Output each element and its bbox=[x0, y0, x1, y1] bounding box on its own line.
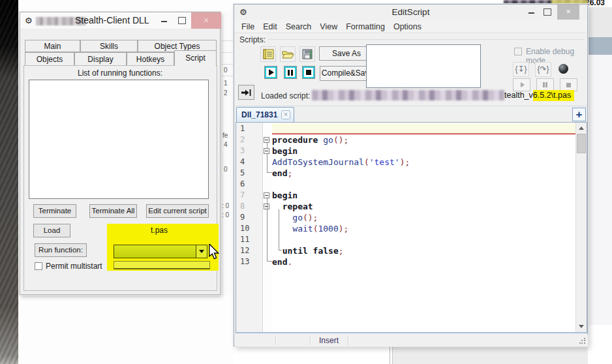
minimize-button[interactable] bbox=[159, 15, 170, 25]
maximize-button[interactable] bbox=[177, 15, 187, 25]
fold-line bbox=[267, 143, 268, 148]
fold-cell bbox=[263, 145, 272, 157]
code-line[interactable]: 8 repeat bbox=[236, 201, 575, 212]
tab-hotkeys[interactable]: Hotkeys bbox=[127, 52, 174, 66]
run-function-button[interactable]: Run function: bbox=[35, 243, 87, 257]
tab-close-icon[interactable] bbox=[281, 110, 290, 119]
code-line[interactable]: 5end; bbox=[236, 168, 575, 179]
stop-icon bbox=[306, 70, 311, 75]
line-number: 7 bbox=[236, 190, 263, 201]
code-line[interactable]: 3begin bbox=[236, 145, 575, 157]
stealth-titlebar[interactable]: ⚙ Stealth-Client DLL bbox=[20, 12, 220, 29]
table-cell-fragment: : 0 bbox=[222, 211, 229, 219]
line-number: 3 bbox=[236, 145, 263, 157]
code-line[interactable]: 4AddToSystemJournal('test'); bbox=[236, 157, 575, 168]
code-text bbox=[272, 179, 575, 190]
debug-stop-button-disabled[interactable] bbox=[560, 78, 577, 91]
tab-display[interactable]: Display bbox=[74, 52, 127, 66]
fold-collapse-icon[interactable] bbox=[264, 192, 269, 198]
code-text: begin bbox=[272, 190, 575, 201]
code-line[interactable]: 9 go(); bbox=[236, 212, 575, 223]
table-cell-fragment: : 0 bbox=[222, 202, 229, 209]
path-tail: tealth_v bbox=[504, 91, 533, 100]
tab-skills[interactable]: Skills bbox=[80, 40, 138, 52]
fold-cell bbox=[263, 201, 272, 212]
code-line[interactable]: 2procedure go(); bbox=[236, 134, 575, 145]
menu-edit[interactable]: Edit bbox=[263, 20, 277, 33]
menu-search[interactable]: Search bbox=[286, 20, 312, 33]
new-script-button[interactable] bbox=[260, 46, 276, 62]
fold-cell bbox=[263, 157, 272, 168]
fold-cell bbox=[263, 123, 272, 134]
status-divider bbox=[348, 336, 348, 345]
maximize-button[interactable] bbox=[542, 7, 553, 17]
line-number: 4 bbox=[236, 157, 263, 168]
menu-options[interactable]: Options bbox=[393, 20, 421, 33]
code-line[interactable]: 10 wait(1000); bbox=[236, 223, 575, 234]
close-button[interactable] bbox=[557, 5, 579, 20]
scrollbar-thumb[interactable] bbox=[577, 134, 586, 153]
stop-script-button[interactable] bbox=[302, 66, 315, 79]
resize-grip[interactable] bbox=[579, 338, 586, 344]
terminate-all-button[interactable]: Terminate All bbox=[89, 204, 137, 218]
minimize-button[interactable] bbox=[527, 7, 537, 17]
table-cell-fragment: fe bbox=[222, 132, 228, 139]
editor-tab-dll[interactable]: Dll_71831 bbox=[236, 107, 294, 123]
editscript-titlebar[interactable]: ⚙ EditScript bbox=[234, 5, 587, 20]
desktop-background-left bbox=[0, 0, 18, 364]
scroll-down-icon[interactable] bbox=[576, 321, 587, 332]
menu-view[interactable]: View bbox=[320, 20, 337, 33]
loaded-script-label: Loaded script: bbox=[261, 91, 310, 100]
editor-scrollbar[interactable] bbox=[575, 123, 587, 332]
code-line[interactable]: 12 until false; bbox=[236, 245, 575, 256]
run-function-combobox[interactable] bbox=[114, 245, 207, 258]
enable-debug-checkbox[interactable] bbox=[514, 48, 522, 55]
scripts-listbox[interactable] bbox=[366, 44, 481, 88]
code-line[interactable]: 6 bbox=[236, 179, 575, 190]
run-script-button[interactable] bbox=[264, 66, 277, 79]
save-script-button[interactable] bbox=[299, 46, 315, 62]
fold-collapse-icon[interactable] bbox=[264, 137, 269, 143]
mouse-cursor bbox=[209, 244, 220, 262]
tab-main[interactable]: Main bbox=[25, 40, 80, 52]
terminate-button[interactable]: Terminate bbox=[33, 204, 76, 218]
stop-icon bbox=[566, 83, 571, 87]
step-into-button[interactable]: {↧} bbox=[513, 62, 529, 77]
load-button[interactable]: Load bbox=[33, 224, 70, 237]
function-name-field[interactable] bbox=[114, 261, 210, 269]
add-tab-button[interactable] bbox=[572, 108, 586, 121]
line-number: 8 bbox=[236, 201, 263, 212]
pause-script-button[interactable] bbox=[284, 66, 297, 79]
running-functions-listbox[interactable] bbox=[29, 80, 209, 199]
code-editor[interactable]: 12procedure go();3begin4AddToSystemJourn… bbox=[236, 122, 587, 333]
close-button[interactable] bbox=[191, 12, 221, 29]
permit-multistart-checkbox[interactable] bbox=[35, 262, 42, 270]
tab-objects[interactable]: Objects bbox=[25, 52, 74, 66]
line-number: 13 bbox=[236, 256, 263, 267]
table-cell-fragment: 0 bbox=[224, 166, 228, 173]
code-text bbox=[272, 123, 575, 134]
scroll-up-icon[interactable] bbox=[576, 123, 587, 134]
edit-current-script-button[interactable]: Edit current script bbox=[146, 204, 209, 218]
code-line[interactable]: 1 bbox=[236, 123, 575, 134]
code-text: end; bbox=[272, 168, 575, 179]
code-line[interactable]: 11 bbox=[236, 234, 575, 245]
goto-line-button[interactable] bbox=[238, 85, 254, 100]
debug-pause-button-disabled[interactable] bbox=[536, 78, 554, 91]
menu-formatting[interactable]: Formatting bbox=[346, 20, 385, 33]
fold-line bbox=[267, 261, 272, 262]
step-over-button[interactable]: {↷} bbox=[535, 62, 551, 77]
code-line[interactable]: 13end. bbox=[236, 256, 575, 267]
tab-script[interactable]: Script bbox=[174, 50, 217, 66]
background-table-sliver: 0 1 2 fe 4 0 : 0 : 0 bbox=[221, 12, 234, 295]
open-script-button[interactable] bbox=[280, 46, 296, 62]
debug-run-button-disabled[interactable] bbox=[513, 78, 530, 91]
breakpoint-icon[interactable] bbox=[558, 64, 568, 74]
fold-collapse-icon[interactable] bbox=[264, 148, 269, 154]
background-window-top bbox=[18, 0, 234, 12]
fold-line bbox=[279, 209, 279, 250]
background-right-panel bbox=[589, 7, 612, 37]
combobox-dropdown-icon[interactable] bbox=[196, 245, 207, 258]
menu-file[interactable]: File bbox=[241, 20, 254, 33]
code-line[interactable]: 7begin bbox=[236, 190, 575, 201]
